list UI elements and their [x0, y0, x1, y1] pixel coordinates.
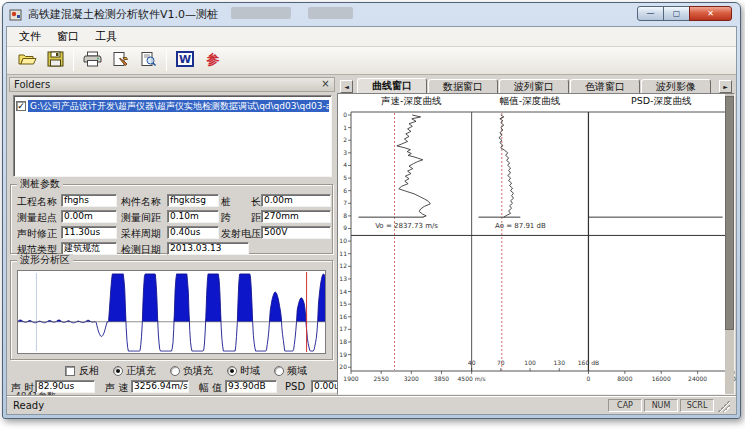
- open-file-button[interactable]: [14, 49, 40, 73]
- word-export-button[interactable]: W: [172, 49, 198, 73]
- svg-text:24000: 24000: [688, 375, 707, 382]
- menu-item-2[interactable]: 工具: [87, 27, 125, 46]
- title-bar[interactable]: 高铁建混凝土检测分析软件V1.0—测桩 —▢✕: [3, 3, 740, 26]
- print-preview-button[interactable]: [135, 49, 161, 73]
- tab-spectrum-window[interactable]: 色谱窗口: [570, 79, 640, 94]
- close-button[interactable]: ✕: [689, 6, 732, 21]
- param-field-transmit-voltage[interactable]: 500V: [261, 226, 331, 239]
- param-label-component-name: 构件名称: [121, 195, 161, 209]
- param-field-pile-length[interactable]: 0.00m: [261, 194, 331, 207]
- fill-radio-0[interactable]: [113, 366, 123, 376]
- svg-text:6: 6: [343, 187, 347, 194]
- folders-panel-header[interactable]: Folders ×: [9, 77, 335, 92]
- tab-scroll-left[interactable]: ◄: [340, 80, 353, 93]
- svg-text:9: 9: [343, 224, 347, 231]
- scrollbar-thumb[interactable]: [725, 96, 734, 330]
- param-label-sample-period: 采样周期: [121, 227, 161, 241]
- indicator-num: NUM: [644, 399, 678, 412]
- domain-radio-group-1: 频域: [274, 364, 307, 378]
- waveform-analysis-legend: 波形分析区: [17, 254, 73, 266]
- maximize-button[interactable]: ▢: [663, 6, 690, 21]
- status-bar: Ready CAPNUMSCRL: [7, 396, 736, 414]
- menu-bar: 文件窗口工具: [7, 27, 736, 47]
- readout-label-1: 声 速: [105, 381, 128, 395]
- invert-checkbox[interactable]: [65, 366, 75, 376]
- fill-radio-1[interactable]: [170, 366, 180, 376]
- parameters-button[interactable]: 参: [200, 49, 226, 73]
- print-setup-button[interactable]: [107, 49, 133, 73]
- close-icon[interactable]: ×: [320, 78, 331, 89]
- svg-text:14: 14: [339, 288, 347, 295]
- menu-item-1[interactable]: 窗口: [49, 27, 87, 46]
- checkbox-icon[interactable]: ✓: [16, 101, 26, 111]
- toolbar-separator: [73, 51, 74, 71]
- amplitude-field[interactable]: 93.90dB: [225, 380, 277, 393]
- svg-text:PSD-深度曲线: PSD-深度曲线: [631, 95, 692, 106]
- tab-wavetrain-image[interactable]: 波列影像: [641, 79, 711, 94]
- param-label-sound-time-correction: 声时修正: [17, 227, 57, 241]
- keyboard-indicators: CAPNUMSCRL: [606, 399, 714, 412]
- svg-text:20: 20: [339, 363, 347, 370]
- param-label-test-date: 检测日期: [121, 243, 161, 257]
- client-area: 文件窗口工具 W参 Folders × ✓G:\公司产品设计开发\超声仪器\超声…: [6, 26, 737, 415]
- svg-text:1900: 1900: [343, 375, 358, 382]
- domain-radio-label-1: 频域: [287, 364, 307, 378]
- print-setup-icon: [112, 51, 129, 71]
- tab-scroll-right[interactable]: ►: [719, 80, 732, 93]
- resize-grip[interactable]: [718, 400, 730, 412]
- svg-text:13: 13: [339, 275, 347, 282]
- fill-radio-label-0: 正填充: [126, 364, 156, 378]
- tab-wavetrain-window[interactable]: 波列窗口: [499, 79, 569, 94]
- svg-text:17: 17: [339, 325, 347, 332]
- fill-radio-group-0: 正填充: [113, 364, 156, 378]
- domain-radio-1[interactable]: [274, 366, 284, 376]
- fill-radio-group-1: 负填充: [170, 364, 213, 378]
- param-field-component-name[interactable]: fhgkdsg: [167, 194, 219, 207]
- svg-text:1: 1: [343, 124, 347, 131]
- minimize-button[interactable]: —: [637, 6, 664, 21]
- open-folder-icon: [18, 51, 37, 71]
- window-title: 高铁建混凝土检测分析软件V1.0—测桩: [28, 7, 218, 22]
- param-field-test-date[interactable]: 2013.03.13: [167, 242, 249, 255]
- param-field-measure-interval[interactable]: 0.10m: [167, 210, 219, 223]
- svg-text:8000: 8000: [617, 375, 632, 382]
- param-field-measure-start[interactable]: 0.00m: [61, 210, 117, 223]
- domain-radio-0[interactable]: [227, 366, 237, 376]
- svg-text:12: 12: [339, 262, 347, 269]
- svg-text:参: 参: [206, 52, 220, 67]
- param-field-span-distance[interactable]: 270mm: [261, 210, 331, 223]
- svg-text:16000: 16000: [652, 375, 671, 382]
- indicator-cap: CAP: [608, 399, 642, 412]
- domain-radio-group-0: 时域: [227, 364, 260, 378]
- svg-text:0: 0: [343, 111, 347, 118]
- caption-buttons: —▢✕: [638, 6, 732, 21]
- sound-velocity-field[interactable]: 3256.94m/s: [131, 380, 189, 393]
- domain-radio-label-0: 时域: [240, 364, 260, 378]
- folders-panel-title: Folders: [14, 79, 50, 90]
- display-options-row: 反相正填充负填充时域频域: [7, 364, 337, 378]
- tab-data-window[interactable]: 数据窗口: [428, 79, 498, 94]
- indicator-scrl: SCRL: [680, 399, 714, 412]
- svg-text:7: 7: [343, 199, 347, 206]
- toolbar: W参: [7, 47, 736, 75]
- tab-curve-window[interactable]: 曲线窗口: [357, 78, 427, 94]
- folder-list-item[interactable]: ✓G:\公司产品设计开发\超声仪器\超声仪实地检测数据调试\qd\qd03\qd…: [16, 99, 329, 112]
- folders-list[interactable]: ✓G:\公司产品设计开发\超声仪器\超声仪实地检测数据调试\qd\qd03\qd…: [13, 95, 332, 177]
- param-field-project-name[interactable]: fhghs: [61, 194, 117, 207]
- menu-item-0[interactable]: 文件: [11, 27, 49, 46]
- param-field-sound-time-correction[interactable]: 11.30us: [61, 226, 117, 239]
- background-window-artifact: [308, 7, 353, 19]
- svg-text:W: W: [179, 53, 191, 66]
- print-button[interactable]: [79, 49, 105, 73]
- save-button[interactable]: [42, 49, 68, 73]
- svg-text:幅值-深度曲线: 幅值-深度曲线: [500, 95, 561, 106]
- toolbar-separator: [166, 51, 167, 71]
- svg-text:70: 70: [497, 359, 505, 366]
- word-icon: W: [176, 51, 194, 71]
- param-field-sample-period[interactable]: 0.40us: [167, 226, 219, 239]
- svg-text:130: 130: [554, 359, 566, 366]
- app-window: 高铁建混凝土检测分析软件V1.0—测桩 —▢✕ 文件窗口工具 W参 Folder…: [2, 2, 741, 419]
- vertical-scrollbar[interactable]: [725, 94, 734, 394]
- waveform-display[interactable]: [17, 270, 326, 354]
- depth-curves-canvas: 01234567891011121314151617181920声速-深度曲线1…: [338, 95, 736, 399]
